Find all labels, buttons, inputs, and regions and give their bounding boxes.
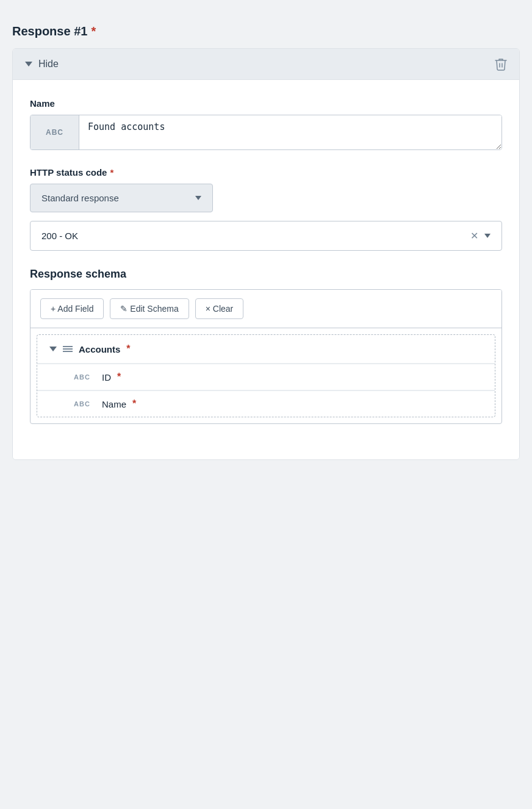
name-input[interactable]: Found accounts bbox=[79, 115, 501, 149]
response-title: Response #1 * bbox=[12, 24, 520, 38]
name-prefix-badge: ABC bbox=[31, 115, 79, 149]
name-required-marker: * bbox=[132, 398, 136, 409]
standard-response-chevron-icon bbox=[195, 196, 201, 200]
id-field-row: ABC ID * bbox=[37, 364, 495, 390]
add-field-button[interactable]: + Add Field bbox=[40, 298, 104, 319]
status-dropdown-chevron-icon[interactable] bbox=[484, 234, 491, 238]
name-subfield-name: Name bbox=[102, 399, 126, 409]
http-status-label: HTTP status code * bbox=[30, 167, 502, 178]
name-input-wrapper: ABC Found accounts bbox=[30, 115, 502, 150]
accounts-drag-handle[interactable] bbox=[63, 346, 73, 352]
required-marker: * bbox=[91, 24, 96, 38]
response-card: Hide Name ABC Found accounts HTT bbox=[12, 48, 520, 460]
id-required-marker: * bbox=[117, 372, 121, 383]
status-code-select[interactable]: 200 - OK ✕ bbox=[30, 221, 502, 251]
name-field-row: ABC Name * bbox=[37, 391, 495, 417]
name-field-group: Name ABC Found accounts bbox=[30, 98, 502, 150]
schema-toolbar: + Add Field ✎ Edit Schema × Clear bbox=[31, 290, 501, 328]
collapse-chevron-icon[interactable] bbox=[25, 62, 32, 67]
response-schema-group: Response schema + Add Field ✎ Edit Schem… bbox=[30, 268, 502, 424]
schema-fields: Accounts * ABC ID * bbox=[31, 334, 501, 417]
edit-schema-button[interactable]: ✎ Edit Schema bbox=[110, 298, 189, 319]
clear-schema-button[interactable]: × Clear bbox=[195, 298, 244, 319]
standard-response-dropdown[interactable]: Standard response bbox=[30, 184, 213, 212]
name-field-label: Name bbox=[30, 98, 502, 109]
http-status-field-group: HTTP status code * Standard response 200… bbox=[30, 167, 502, 251]
status-select-controls: ✕ bbox=[470, 230, 491, 242]
card-header-left[interactable]: Hide bbox=[25, 59, 59, 70]
id-field-name: ID bbox=[102, 372, 111, 383]
clear-status-icon[interactable]: ✕ bbox=[470, 230, 478, 242]
accounts-field-name: Accounts bbox=[79, 344, 120, 354]
accounts-field-row: Accounts * bbox=[37, 335, 495, 364]
delete-response-button[interactable] bbox=[495, 57, 507, 71]
accounts-field-container: Accounts * ABC ID * bbox=[37, 334, 495, 417]
accounts-required-marker: * bbox=[126, 343, 130, 354]
response-title-text: Response #1 bbox=[12, 24, 87, 38]
standard-response-label: Standard response bbox=[41, 193, 119, 203]
name-type-badge: ABC bbox=[74, 400, 96, 408]
card-header: Hide bbox=[13, 49, 519, 80]
schema-card: + Add Field ✎ Edit Schema × Clear bbox=[30, 289, 502, 424]
card-body: Name ABC Found accounts HTTP status code… bbox=[13, 80, 519, 459]
http-status-required: * bbox=[110, 167, 113, 178]
hide-label[interactable]: Hide bbox=[38, 59, 59, 70]
status-code-value: 200 - OK bbox=[41, 231, 78, 241]
accounts-expand-icon[interactable] bbox=[49, 347, 57, 351]
response-schema-title: Response schema bbox=[30, 268, 502, 281]
id-type-badge: ABC bbox=[74, 373, 96, 381]
